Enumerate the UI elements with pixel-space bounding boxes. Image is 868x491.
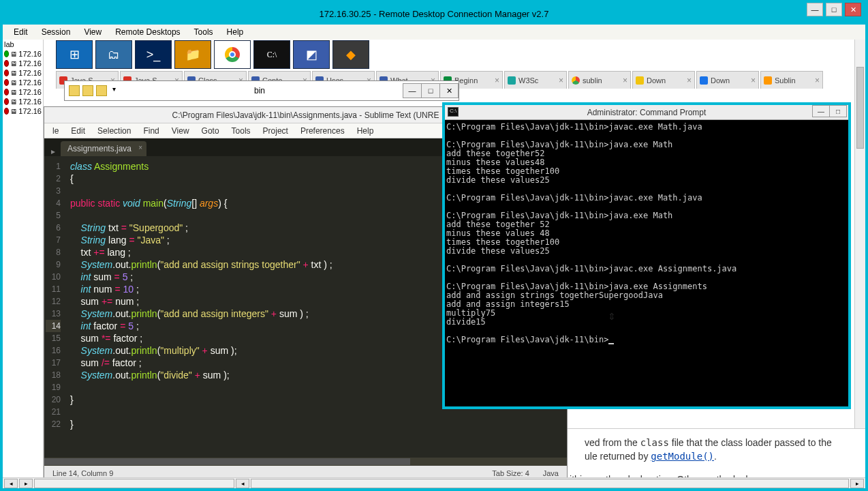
server-tree[interactable]: lab 🖥172.16 🖥172.16 🖥172.16 🖥172.16 🖥172…: [3, 40, 44, 488]
sublime-menu-tools[interactable]: Tools: [226, 125, 256, 137]
explorer-toolbar-icon[interactable]: [82, 85, 93, 96]
computer-icon: 🖥: [10, 108, 17, 115]
taskbar-app[interactable]: ◩: [293, 40, 330, 69]
explorer-min-button[interactable]: —: [403, 83, 422, 98]
close-tab-icon[interactable]: ×: [559, 76, 563, 85]
taskbar-cmd[interactable]: C:\: [253, 40, 290, 69]
close-tab-icon[interactable]: ×: [623, 76, 627, 85]
status-language[interactable]: Java: [543, 469, 559, 477]
menu-help[interactable]: Help: [220, 26, 251, 38]
taskbar-explorer-window[interactable]: 📁: [174, 40, 211, 69]
scrollbar-track[interactable]: [34, 479, 234, 488]
explorer-close-button[interactable]: ✕: [439, 83, 459, 98]
menu-tools[interactable]: Tools: [187, 26, 220, 38]
remote-session-workspace: ⊞ 🗂 >_ 📁 C:\ ◩ ◆ Java S×Java S×Class×Con…: [44, 40, 865, 488]
scroll-left-icon[interactable]: ◂: [4, 479, 18, 488]
explorer-toolbar-icon[interactable]: [69, 85, 80, 96]
tree-node[interactable]: 🖥172.16: [3, 59, 43, 68]
cmd-output[interactable]: C:\Program Files\Java\jdk-11\bin>javac.e…: [445, 120, 848, 406]
line-gutter: 12345678910111213141516171819202122: [44, 156, 65, 466]
browser-tab[interactable]: Down×: [632, 71, 695, 89]
doc-link[interactable]: getModule(): [651, 451, 714, 462]
rdp-close-button[interactable]: ✕: [845, 3, 861, 16]
sublime-h-scrollbar[interactable]: [44, 458, 567, 466]
start-button[interactable]: ⊞: [56, 40, 93, 69]
taskbar: ⊞ 🗂 >_ 📁 C:\ ◩ ◆: [56, 40, 369, 70]
menu-session[interactable]: Session: [35, 26, 78, 38]
rdp-min-button[interactable]: —: [807, 3, 823, 16]
scroll-right-icon[interactable]: ▸: [19, 479, 33, 488]
sublime-menu-preferences[interactable]: Preferences: [295, 125, 350, 137]
taskbar-file-explorer[interactable]: 🗂: [95, 40, 132, 69]
tree-node[interactable]: 🖥172.16: [3, 87, 43, 97]
scroll-left-icon[interactable]: ◂: [236, 479, 249, 488]
cmd-min-button[interactable]: —: [812, 105, 830, 117]
vertical-scrollbar[interactable]: [854, 40, 865, 488]
sublime-menu-project[interactable]: Project: [258, 125, 294, 137]
browser-tab[interactable]: W3Sc×: [504, 71, 567, 89]
sublime-tab-play-icon[interactable]: ▸: [51, 147, 55, 156]
chevron-down-icon[interactable]: ▾: [110, 85, 116, 96]
tree-node[interactable]: 🖥172.16: [3, 106, 43, 116]
scrollbar-track[interactable]: [251, 479, 849, 488]
status-dot-icon: [4, 79, 9, 86]
status-dot-icon: [4, 98, 9, 105]
folder-icon: 📁: [185, 47, 200, 62]
tab-label: Sublin: [775, 76, 796, 85]
status-tab-size[interactable]: Tab Size: 4: [492, 469, 529, 477]
close-tab-icon[interactable]: ×: [687, 76, 692, 85]
close-tab-icon[interactable]: ×: [815, 76, 820, 85]
close-tab-icon[interactable]: ×: [138, 144, 142, 151]
tree-node[interactable]: 🖥172.16: [3, 68, 43, 78]
taskbar-powershell[interactable]: >_: [135, 40, 172, 69]
sublime-menu-find[interactable]: Find: [138, 125, 164, 137]
sublime-menu-goto[interactable]: Goto: [196, 125, 225, 137]
explorer-max-button[interactable]: □: [421, 83, 440, 98]
cmd-max-button[interactable]: □: [829, 105, 847, 117]
sublime-menu-view[interactable]: View: [166, 125, 195, 137]
tree-node[interactable]: 🖥172.16: [3, 78, 43, 87]
rdp-max-button[interactable]: □: [826, 3, 842, 16]
sublime-menu-selection[interactable]: Selection: [92, 125, 136, 137]
favicon-icon: [636, 76, 644, 85]
cmd-titlebar[interactable]: C:\ Administrator: Command Prompt — □: [445, 105, 848, 120]
tab-label: sublin: [583, 76, 602, 85]
favicon-icon: [700, 76, 708, 85]
menu-remote-desktops[interactable]: Remote Desktops: [108, 26, 187, 38]
browser-tab[interactable]: Down×: [696, 71, 759, 89]
horizontal-scrollbar[interactable]: ◂ ▸ ◂ ▸: [3, 477, 865, 488]
favicon-icon: [508, 76, 516, 85]
tab-label: W3Sc: [518, 76, 538, 85]
scrollbar-thumb[interactable]: [856, 67, 864, 149]
sublime-menu-edit[interactable]: Edit: [65, 125, 91, 137]
close-tab-icon[interactable]: ×: [495, 76, 499, 85]
cmd-window[interactable]: C:\ Administrator: Command Prompt — □ C:…: [442, 102, 851, 409]
computer-icon: 🖥: [10, 79, 17, 87]
sublime-menu-file[interactable]: le: [47, 125, 64, 137]
sublime-menu-help[interactable]: Help: [352, 125, 379, 137]
tab-label: Down: [647, 76, 666, 85]
chrome-icon: [225, 47, 240, 62]
tree-node[interactable]: 🖥172.16: [3, 97, 43, 106]
browser-tab[interactable]: sublin×: [568, 71, 631, 89]
tree-root[interactable]: lab: [3, 40, 43, 49]
taskbar-chrome[interactable]: [214, 40, 251, 69]
powershell-icon: >_: [146, 48, 161, 62]
cmd-cursor: [608, 343, 614, 344]
browser-tab[interactable]: Sublin×: [760, 71, 823, 89]
taskbar-sublime[interactable]: ◆: [332, 40, 369, 69]
sublime-tab[interactable]: Assignments.java ×: [61, 141, 146, 156]
cmd-icon: C:\: [267, 50, 277, 60]
explorer-window[interactable]: ▾ bin — □ ✕: [64, 80, 459, 101]
scroll-right-icon[interactable]: ▸: [850, 479, 864, 488]
scrollbar-thumb[interactable]: [44, 458, 410, 465]
favicon-icon: [572, 76, 580, 85]
menu-edit[interactable]: Edit: [7, 26, 35, 38]
tree-node[interactable]: 🖥172.16: [3, 49, 43, 59]
computer-icon: 🖥: [10, 70, 17, 77]
rdp-titlebar[interactable]: 172.16.30.25 - Remote Desktop Connection…: [3, 3, 865, 25]
explorer-toolbar-icon[interactable]: [96, 85, 107, 96]
close-tab-icon[interactable]: ×: [751, 76, 756, 85]
menubar: Edit Session View Remote Desktops Tools …: [3, 25, 865, 40]
menu-view[interactable]: View: [77, 26, 108, 38]
